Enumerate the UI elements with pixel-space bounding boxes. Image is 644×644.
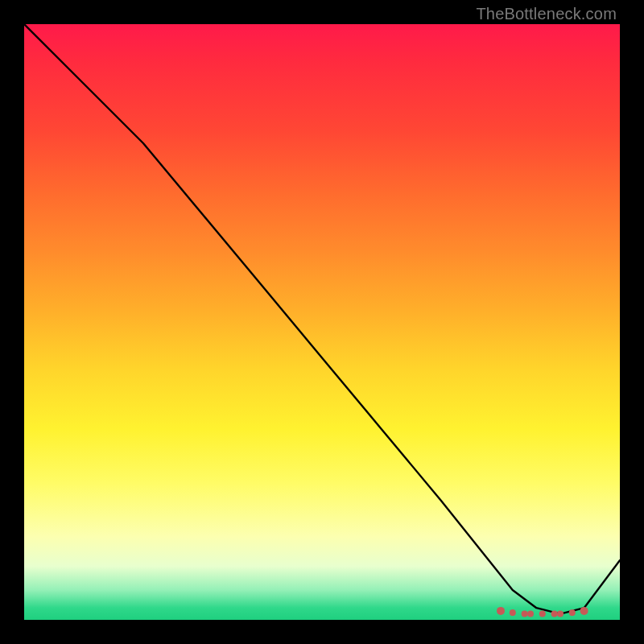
marker-dot [539,611,546,617]
marker-dot [510,609,516,616]
optimal-range-markers [497,607,588,617]
plot-area [24,24,620,620]
marker-dot [551,611,558,617]
watermark-text: TheBottleneck.com [476,5,617,23]
marker-dot [497,607,505,615]
marker-dot [557,611,564,617]
marker-dot [569,609,576,616]
marker-dot [580,607,588,615]
chart-frame: TheBottleneck.com [0,0,644,644]
chart-svg [24,24,620,620]
marker-dot [527,611,534,617]
bottleneck-curve-path [24,24,620,614]
marker-dot [522,611,528,617]
